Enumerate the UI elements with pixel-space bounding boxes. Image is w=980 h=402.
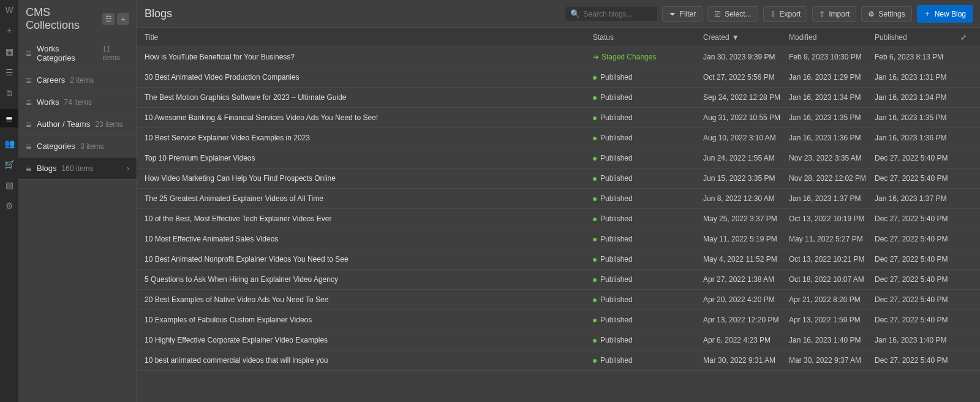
pages-icon[interactable]: 🗎 bbox=[4, 88, 14, 98]
row-created: Aug 31, 2022 10:55 PM bbox=[703, 113, 789, 122]
row-title: 10 Most Effective Animated Sales Videos bbox=[145, 235, 593, 243]
table-row[interactable]: Top 10 Premium Explainer Videos Publishe… bbox=[137, 148, 980, 169]
collections-sidebar: CMS Collections ☲ ＋ ≣ Works Categories 1… bbox=[18, 0, 137, 402]
collection-item[interactable]: ≣ Careers 2 items bbox=[18, 69, 137, 91]
row-created: Jan 30, 2023 9:39 PM bbox=[703, 53, 789, 61]
row-title: 10 Best Service Explainer Video Examples… bbox=[145, 134, 593, 142]
table-row[interactable]: How is YouTube Beneficial for Your Busin… bbox=[137, 47, 980, 67]
settings-icon[interactable]: ⚙ bbox=[4, 201, 14, 211]
collection-name: Works Categories bbox=[37, 44, 97, 63]
table-row[interactable]: 10 of the Best, Most Effective Tech Expl… bbox=[137, 209, 980, 229]
status-dot-icon bbox=[593, 238, 597, 241]
row-title: 30 Best Animated Video Production Compan… bbox=[145, 73, 593, 82]
col-title[interactable]: Title bbox=[145, 33, 593, 42]
row-published: Jan 16, 2023 1:35 PM bbox=[875, 113, 960, 122]
status-dot-icon bbox=[593, 339, 597, 343]
webflow-logo-icon[interactable]: W bbox=[4, 5, 14, 15]
status-staged: Staged Changes bbox=[593, 53, 656, 61]
table-row[interactable]: 30 Best Animated Video Production Compan… bbox=[137, 67, 980, 88]
row-modified: Oct 13, 2022 10:19 PM bbox=[789, 214, 875, 223]
row-published: Dec 27, 2022 5:40 PM bbox=[875, 356, 960, 365]
cms-icon[interactable]: ≣ bbox=[0, 109, 18, 127]
collection-item[interactable]: ≣ Categories 3 items bbox=[18, 135, 137, 157]
table-row[interactable]: 20 Best Examples of Native Video Ads You… bbox=[137, 290, 980, 310]
collection-item[interactable]: ≣ Author / Teams 23 items bbox=[18, 113, 137, 135]
table-row[interactable]: 10 Examples of Fabulous Custom Explainer… bbox=[137, 310, 980, 330]
collection-sort-button[interactable]: ☲ bbox=[102, 13, 115, 25]
database-icon: ≣ bbox=[26, 120, 32, 129]
row-modified: Feb 9, 2023 10:30 PM bbox=[789, 53, 875, 61]
status-dot-icon bbox=[593, 96, 597, 100]
assets-icon[interactable]: ▧ bbox=[4, 180, 14, 190]
row-modified: Mar 30, 2022 9:37 AM bbox=[789, 356, 875, 365]
navigator-icon[interactable]: ☰ bbox=[4, 67, 14, 77]
row-created: Aug 10, 2022 3:10 AM bbox=[703, 134, 789, 142]
table-header: Title Status Created▼ Modified Published… bbox=[137, 28, 980, 47]
check-icon: ☑ bbox=[714, 10, 721, 18]
filter-button[interactable]: ⏷Filter bbox=[662, 6, 703, 22]
row-created: May 11, 2022 5:19 PM bbox=[703, 235, 789, 243]
ecommerce-icon[interactable]: 🛒 bbox=[4, 159, 14, 169]
table-row[interactable]: 10 Highly Effective Corporate Explainer … bbox=[137, 330, 980, 351]
filter-icon: ⏷ bbox=[669, 10, 676, 18]
database-icon: ≣ bbox=[26, 49, 32, 58]
database-icon: ≣ bbox=[26, 98, 32, 107]
chevron-right-icon: › bbox=[127, 164, 129, 173]
status-published: Published bbox=[593, 73, 633, 82]
collection-count: 23 items bbox=[95, 120, 123, 129]
collection-item[interactable]: ≣ Blogs 160 items› bbox=[18, 157, 137, 180]
search-input[interactable] bbox=[584, 10, 652, 18]
col-expand[interactable]: ⤢ bbox=[960, 33, 973, 42]
row-created: Jun 24, 2022 1:55 AM bbox=[703, 154, 789, 162]
search-icon: 🔍 bbox=[570, 9, 580, 18]
table-row[interactable]: 10 Awesome Banking & Financial Services … bbox=[137, 108, 980, 128]
table-row[interactable]: 10 Most Effective Animated Sales Videos … bbox=[137, 229, 980, 249]
add-icon[interactable]: ＋ bbox=[4, 26, 14, 36]
status-published: Published bbox=[593, 154, 633, 162]
col-published[interactable]: Published bbox=[875, 33, 960, 42]
row-modified: Oct 13, 2022 10:21 PM bbox=[789, 255, 875, 264]
table-row[interactable]: 10 Best Animated Nonprofit Explainer Vid… bbox=[137, 249, 980, 270]
status-dot-icon bbox=[593, 137, 597, 140]
row-created: May 4, 2022 11:52 PM bbox=[703, 255, 789, 264]
page-title: Blogs bbox=[145, 7, 172, 20]
row-modified: May 11, 2022 5:27 PM bbox=[789, 235, 875, 243]
row-title: The Best Motion Graphics Software for 20… bbox=[145, 93, 593, 102]
users-icon[interactable]: 👥 bbox=[4, 138, 14, 148]
col-modified[interactable]: Modified bbox=[789, 33, 875, 42]
table-row[interactable]: The Best Motion Graphics Software for 20… bbox=[137, 88, 980, 108]
import-button[interactable]: ⇧Import bbox=[812, 6, 856, 22]
row-published: Dec 27, 2022 5:40 PM bbox=[875, 316, 960, 324]
table-row[interactable]: 10 Best Service Explainer Video Examples… bbox=[137, 128, 980, 148]
collection-item[interactable]: ≣ Works Categories 11 items bbox=[18, 38, 137, 69]
new-blog-button[interactable]: ＋New Blog bbox=[917, 5, 973, 23]
collection-name: Author / Teams bbox=[37, 119, 90, 129]
table-row[interactable]: How Video Marketing Can Help You Find Pr… bbox=[137, 169, 980, 189]
row-title: 10 best animated commercial videos that … bbox=[145, 356, 593, 365]
table-row[interactable]: 10 best animated commercial videos that … bbox=[137, 351, 980, 371]
table-row[interactable]: The 25 Greatest Animated Explainer Video… bbox=[137, 189, 980, 209]
row-created: Apr 13, 2022 12:20 PM bbox=[703, 316, 789, 324]
elements-icon[interactable]: ▦ bbox=[4, 47, 14, 56]
collection-item[interactable]: ≣ Works 74 items bbox=[18, 91, 137, 113]
table-row[interactable]: 5 Questions to Ask When Hiring an Explai… bbox=[137, 270, 980, 290]
add-collection-button[interactable]: ＋ bbox=[117, 13, 129, 25]
settings-button[interactable]: ⚙Settings bbox=[861, 6, 911, 22]
row-published: Dec 27, 2022 5:40 PM bbox=[875, 174, 960, 183]
sort-desc-icon: ▼ bbox=[732, 33, 739, 42]
export-button[interactable]: ⇩Export bbox=[763, 6, 808, 22]
select-button[interactable]: ☑Select... bbox=[707, 6, 758, 22]
status-dot-icon bbox=[593, 157, 597, 161]
row-created: Jun 15, 2022 3:35 PM bbox=[703, 174, 789, 183]
row-modified: Oct 18, 2022 10:07 AM bbox=[789, 275, 875, 284]
status-dot-icon bbox=[593, 218, 597, 221]
row-created: Apr 6, 2022 4:23 PM bbox=[703, 336, 789, 344]
collection-count: 74 items bbox=[64, 98, 92, 107]
col-created[interactable]: Created▼ bbox=[703, 33, 789, 42]
row-published: Jan 16, 2023 1:37 PM bbox=[875, 194, 960, 203]
database-icon: ≣ bbox=[26, 164, 32, 173]
status-published: Published bbox=[593, 275, 633, 284]
row-published: Jan 16, 2023 1:36 PM bbox=[875, 134, 960, 142]
sidebar-heading: CMS Collections bbox=[26, 6, 102, 32]
col-status[interactable]: Status bbox=[593, 33, 703, 42]
